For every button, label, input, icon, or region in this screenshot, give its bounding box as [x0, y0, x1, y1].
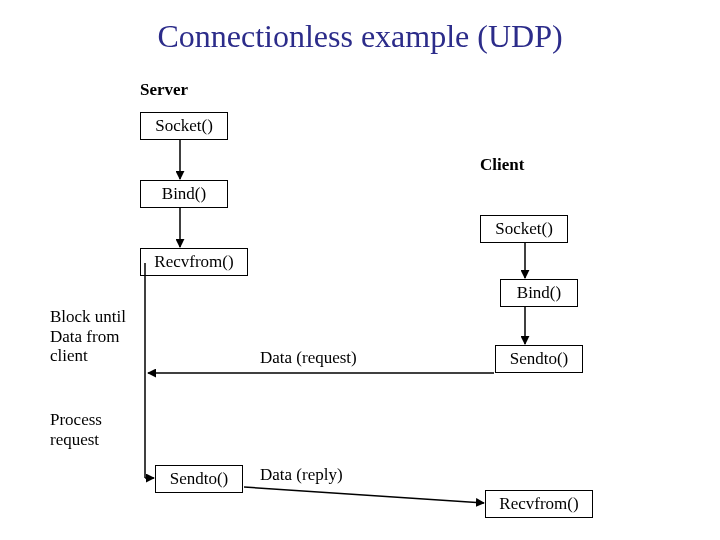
process-request-note: Process request	[50, 410, 102, 449]
client-heading: Client	[480, 155, 524, 175]
arrows-overlay	[0, 0, 720, 540]
server-heading: Server	[140, 80, 188, 100]
block-until-note: Block until Data from client	[50, 307, 126, 366]
arrow-data-reply	[244, 487, 484, 503]
data-request-label: Data (request)	[260, 348, 357, 368]
client-socket-box: Socket()	[480, 215, 568, 243]
server-bind-box: Bind()	[140, 180, 228, 208]
client-bind-box: Bind()	[500, 279, 578, 307]
client-sendto-box: Sendto()	[495, 345, 583, 373]
server-socket-box: Socket()	[140, 112, 228, 140]
server-recvfrom-box: Recvfrom()	[140, 248, 248, 276]
data-reply-label: Data (reply)	[260, 465, 343, 485]
client-recvfrom-box: Recvfrom()	[485, 490, 593, 518]
page-title: Connectionless example (UDP)	[0, 18, 720, 55]
server-sendto-box: Sendto()	[155, 465, 243, 493]
